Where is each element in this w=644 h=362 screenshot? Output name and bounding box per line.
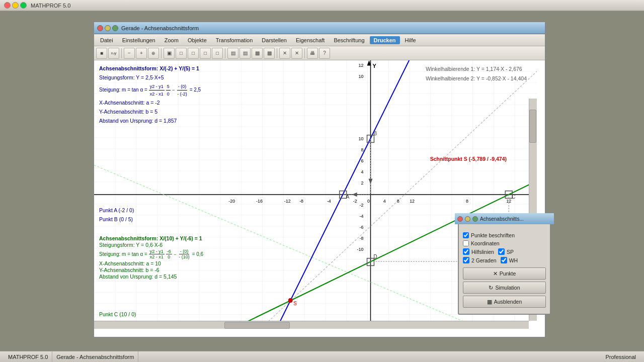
tool-print[interactable]: 🖶 (307, 48, 318, 59)
svg-text:10: 10 (359, 136, 364, 141)
side-panel-title: Achsenabschnitts... (480, 216, 524, 222)
tool-box3[interactable]: □ (200, 48, 211, 59)
abstand-line1: Abstand von Ursprung: d = 1,857 (99, 117, 230, 125)
checkbox-2geraden[interactable] (463, 257, 469, 263)
tool-box1[interactable]: □ (176, 48, 187, 59)
menu-datei[interactable]: Datei (96, 36, 117, 44)
vertical-scroll-thumb[interactable] (529, 110, 536, 143)
info-panel-line2: Achsenabschnittsform: X/(10) + Y/(-6) = … (99, 235, 230, 280)
svg-text:8: 8 (397, 199, 399, 204)
tool-grid[interactable]: ▣ (164, 48, 175, 59)
label-punkte: Punkte beschriften (471, 232, 515, 238)
tool-coord[interactable]: x₀y (108, 48, 119, 59)
menu-beschriftung[interactable]: Beschriftung (330, 36, 368, 44)
horizontal-scrollbar[interactable] (94, 321, 529, 329)
os-window-controls (4, 2, 27, 9)
window-controls (97, 25, 118, 31)
menu-eigenschaft[interactable]: Eigenschaft (292, 36, 329, 44)
winkel-info: Winkelhalbierende 1: Y = 1,174·X - 2,676… (426, 64, 527, 83)
menu-einstellungen[interactable]: Einstellungen (118, 36, 159, 44)
side-panel-title-bar: Achsenabschnitts... (455, 213, 554, 224)
svg-text:-2: -2 (353, 199, 357, 204)
abstand-line2: Abstand von Ursprung: d = 5,145 (99, 274, 230, 280)
tool-table2[interactable]: ▤ (239, 48, 251, 59)
os-max-button[interactable] (20, 2, 27, 9)
tool-zoom-fit[interactable]: ⊕ (148, 48, 159, 59)
info-panel-line1: Achsenabschnittsform: X/(-2) + Y/(5) = 1… (99, 64, 230, 126)
os-close-button[interactable] (4, 2, 11, 9)
tool-box2[interactable]: □ (188, 48, 199, 59)
svg-text:S: S (293, 301, 297, 306)
checkbox-hilfslinien[interactable] (463, 248, 469, 255)
y-schnitt-line2: Y-Achsenabschnitt: b = -6 (99, 267, 230, 273)
label-2geraden: 2 Geraden (471, 257, 497, 263)
tool-help[interactable]: ? (319, 48, 330, 59)
schnittpunkt-label: Schnittpunkt S (-5,789 / -9,474) (430, 156, 507, 162)
checkbox-sp[interactable] (498, 248, 505, 255)
status-title: Gerade - Achsenabschnittsform (52, 351, 138, 362)
svg-text:Y: Y (372, 62, 376, 68)
simulation-icon: ↻ (489, 285, 493, 291)
menu-drucken[interactable]: Drucken (370, 36, 400, 44)
menu-darstellen[interactable]: Darstellen (258, 36, 291, 44)
label-hilfslinien: Hilfslinien (471, 249, 494, 255)
tool-box4[interactable]: □ (212, 48, 223, 59)
svg-text:-12: -12 (284, 199, 291, 204)
svg-text:2: 2 (361, 180, 364, 186)
window-close-button[interactable] (97, 25, 103, 31)
os-min-button[interactable] (12, 2, 19, 9)
tool-zoom-in[interactable]: + (136, 48, 147, 59)
svg-text:-20: -20 (228, 199, 235, 204)
window-title-text: Gerade - Achsenabschnittsform (121, 25, 199, 31)
svg-text:A: A (346, 194, 350, 200)
tool-frame2[interactable]: ▩ (264, 48, 275, 59)
tool-select[interactable]: ■ (96, 48, 107, 59)
tool-table1[interactable]: ▤ (227, 48, 238, 59)
checkbox-row-punkte: Punkte beschriften (463, 232, 546, 238)
svg-marker-56 (369, 179, 373, 184)
svg-text:-16: -16 (256, 199, 263, 204)
svg-text:-4: -4 (327, 199, 331, 204)
menu-bar: Datei Einstellungen Zoom Objekte Transfo… (94, 34, 545, 46)
achsenform-line1: Achsenabschnittsform: X/(-2) + Y/(5) = 1 (99, 64, 230, 73)
svg-text:-2: -2 (360, 203, 364, 208)
tool-delete1[interactable]: ✕ (279, 48, 290, 59)
window-title-bar: Gerade - Achsenabschnittsform (94, 22, 545, 34)
menu-objekte[interactable]: Objekte (184, 36, 211, 44)
side-panel-content: Punkte beschriften Koordinaten Hilfslini… (459, 228, 550, 314)
checkbox-koordinaten[interactable] (463, 240, 469, 246)
horizontal-scroll-thumb[interactable] (224, 322, 290, 329)
btn-simulation[interactable]: ↻ Simulation (463, 282, 546, 294)
tool-zoom-out[interactable]: − (124, 48, 135, 59)
checkbox-row-hilfslinien-sp: Hilfslinien SP (463, 248, 546, 255)
menu-zoom[interactable]: Zoom (160, 36, 183, 44)
svg-text:-8: -8 (299, 199, 303, 204)
svg-text:-10: -10 (357, 247, 364, 252)
punkte-icon: ✕ (493, 270, 498, 277)
window-min-button[interactable] (105, 25, 111, 31)
tool-delete2[interactable]: ✕ (291, 48, 302, 59)
svg-text:D: D (373, 253, 377, 259)
svg-text:-8: -8 (360, 236, 364, 241)
svg-text:C: C (512, 194, 515, 200)
label-koordinaten: Koordinaten (471, 240, 500, 246)
steigungsform-line2: Steigungsform: Y = 0,6·X-6 (99, 242, 230, 248)
checkbox-punkte[interactable] (463, 232, 469, 238)
svg-text:6: 6 (361, 158, 364, 163)
menu-hilfe[interactable]: Hilfe (401, 36, 420, 44)
side-panel-close[interactable] (457, 216, 463, 222)
steigung-fraction-line1: Steigung: m = tan α = y2 - y1 x2 - x1 5 … (99, 83, 230, 98)
side-panel-max[interactable] (472, 216, 478, 222)
ausblenden-icon: ▦ (487, 299, 492, 305)
achsenform-line2: Achsenabschnittsform: X/(10) + Y/(-6) = … (99, 235, 230, 241)
tool-frame1[interactable]: ▩ (252, 48, 263, 59)
side-panel-min[interactable] (465, 216, 470, 222)
btn-ausblenden[interactable]: ▦ Ausblenden (463, 296, 546, 308)
punkt-labels-line1: Punkt A (-2 / 0) Punkt B (0 / 5) (99, 206, 134, 224)
menu-transformation[interactable]: Transformation (212, 36, 257, 44)
steigung-fraction-line2: Steigung: m = tan α = y2 - y1 x2 - x1 -6… (99, 249, 230, 259)
btn-punkte[interactable]: ✕ Punkte (463, 267, 546, 280)
window-max-button[interactable] (112, 25, 118, 31)
checkbox-wh[interactable] (501, 257, 507, 263)
svg-text:12: 12 (506, 199, 511, 204)
